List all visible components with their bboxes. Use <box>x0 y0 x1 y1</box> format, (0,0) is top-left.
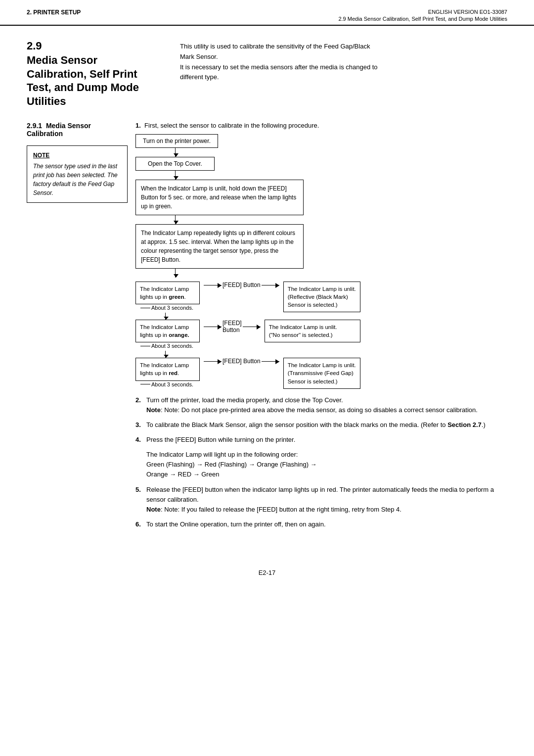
header-section-title: 2. PRINTER SETUP <box>27 9 81 16</box>
step5-text: Release the [FEED] button when the indic… <box>146 486 494 503</box>
horiz-arrow-2b <box>243 327 261 327</box>
about-3s-2: About 3 seconds. <box>135 343 193 349</box>
horiz-arrow-1 <box>204 285 222 285</box>
step4-sub-content: The Indicator Lamp will light up in the … <box>146 450 507 479</box>
horiz-arrow-2 <box>204 327 222 327</box>
horiz-arrow-3b <box>262 361 279 362</box>
step2-note: Note: Note: Do not place pre-printed are… <box>146 406 478 414</box>
step3-text: To calibrate the Black Mark Sensor, alig… <box>146 421 446 428</box>
flow-box-1: Turn on the printer power. <box>135 134 218 148</box>
intro-line4: different type. <box>180 73 219 81</box>
main-content: 2.9 Media Sensor Calibration, Self Print… <box>0 26 534 554</box>
branch-lamp-1: The Indicator Lamp lights up in green. <box>135 282 200 304</box>
step4-sub: The Indicator Lamp will light up in the … <box>146 451 298 458</box>
step3: 3. To calibrate the Black Mark Sensor, a… <box>135 420 507 430</box>
steps-list: 2. Turn off the printer, load the media … <box>135 395 507 445</box>
step4-sequence: Green (Flashing) → Red (Flashing) → Oran… <box>146 461 317 468</box>
flow-container: Turn on the printer power. Open the Top … <box>135 134 507 389</box>
branch-lamp-2: The Indicator Lamp lights up in orange. <box>135 320 200 342</box>
note-label: NOTE <box>33 151 121 160</box>
sub-arrow-2 <box>165 351 166 358</box>
flow-arrow-4 <box>175 269 176 278</box>
subsection-right: 1. First, select the sensor to calibrate… <box>135 122 507 534</box>
branch-result-1: The Indicator Lamp is unlit.(Reflective … <box>283 282 360 312</box>
flow-arrow-2 <box>175 171 176 180</box>
step5: 5. Release the [FEED] button when the in… <box>135 485 507 515</box>
flow-box-2: Open the Top Cover. <box>135 157 215 171</box>
intro-line1: This utility is used to calibrate the se… <box>180 43 370 50</box>
page-header: 2. PRINTER SETUP ENGLISH VERSION EO1-330… <box>0 0 534 26</box>
subsection-title: 2.9.1 Media Sensor Calibration <box>27 122 128 138</box>
flow-box-3: When the Indicator Lamp is unlit, hold d… <box>135 180 304 215</box>
subsection-2-9-1: 2.9.1 Media Sensor Calibration NOTE The … <box>27 122 507 534</box>
step4-text: Press the [FEED] Button while turning on… <box>146 436 295 443</box>
step3-bold: Section 2.7 <box>447 421 482 428</box>
step1-text: First, select the sensor to calibrate in… <box>144 122 319 129</box>
title-line4: Utilities <box>27 95 66 107</box>
section-title-block: 2.9 Media Sensor Calibration, Self Print… <box>27 40 507 108</box>
branch-lamp-3: The Indicator Lamp lights up in red. <box>135 358 200 380</box>
page-number: E2-17 <box>0 569 534 586</box>
header-version: ENGLISH VERSION EO1-33087 <box>338 9 507 15</box>
subsection-number: 2.9.1 <box>27 122 42 130</box>
steps-list-2: 5. Release the [FEED] button when the in… <box>135 485 507 530</box>
flowchart: Turn on the printer power. Open the Top … <box>135 134 507 389</box>
branch-col-left: The Indicator Lamp lights up in green. A… <box>135 282 200 313</box>
horiz-arrow-1b <box>262 285 279 285</box>
step5-note: Note: Note: If you failed to release the… <box>146 506 401 513</box>
note-text: The sensor type used in the last print j… <box>33 163 118 196</box>
about-3s-1: About 3 seconds. <box>135 305 193 311</box>
branch-button-2: [FEED]Button <box>200 320 265 333</box>
page: 2. PRINTER SETUP ENGLISH VERSION EO1-330… <box>0 0 534 756</box>
subsection-left: 2.9.1 Media Sensor Calibration NOTE The … <box>27 122 135 208</box>
branch-col-left-3: The Indicator Lamp lights up in red. Abo… <box>135 358 200 389</box>
branch-col-left-2: The Indicator Lamp lights up in orange. … <box>135 320 200 351</box>
step4-sequence2: Orange → RED → Green <box>146 471 219 478</box>
flow-arrow-3 <box>175 215 176 224</box>
step3-end: .) <box>482 421 486 428</box>
branch-row-1: The Indicator Lamp lights up in green. A… <box>135 282 360 313</box>
step1-intro: 1. First, select the sensor to calibrate… <box>135 122 507 129</box>
note-box: NOTE The sensor type used in the last pr… <box>27 145 128 203</box>
section-intro: This utility is used to calibrate the se… <box>180 40 507 83</box>
header-right: ENGLISH VERSION EO1-33087 2.9 Media Sens… <box>338 9 507 22</box>
flow-arrow-1 <box>175 148 176 157</box>
section-title-left: 2.9 Media Sensor Calibration, Self Print… <box>27 40 180 108</box>
about-3s-3: About 3 seconds. <box>135 381 193 387</box>
title-line2: Calibration, Self Print <box>27 68 137 80</box>
branch-row-3: The Indicator Lamp lights up in red. Abo… <box>135 358 360 389</box>
branch-result-2: The Indicator Lamp is unlit.("No sensor"… <box>265 320 360 342</box>
step2: 2. Turn off the printer, load the media … <box>135 395 507 415</box>
section-number: 2.9 <box>27 40 180 52</box>
header-section-path: 2.9 Media Sensor Calibration, Self Print… <box>338 16 507 22</box>
intro-line2: Mark Sensor. <box>180 53 218 60</box>
horiz-arrow-3 <box>204 361 222 362</box>
branch-result-3: The Indicator Lamp is unlit.(Transmissiv… <box>283 358 360 388</box>
branch-button-1: [FEED] Button <box>200 282 283 288</box>
branch-section: The Indicator Lamp lights up in green. A… <box>135 282 360 389</box>
title-line3: Test, and Dump Mode <box>27 81 139 94</box>
section-title-main: Media Sensor Calibration, Self Print Tes… <box>27 53 180 108</box>
step6-text: To start the Online operation, turn the … <box>146 520 507 529</box>
intro-line3: It is necessary to set the media sensors… <box>180 63 378 71</box>
branch-button-3: [FEED] Button <box>200 358 283 365</box>
step2-text: Turn off the printer, load the media pro… <box>146 396 343 404</box>
step6: 6. To start the Online operation, turn t… <box>135 520 507 529</box>
sub-arrow-1 <box>165 313 166 320</box>
title-line1: Media Sensor <box>27 54 97 66</box>
flow-box-4: The Indicator Lamp repeatedly lights up … <box>135 224 304 269</box>
branch-row-2: The Indicator Lamp lights up in orange. … <box>135 320 360 351</box>
step4: 4. Press the [FEED] Button while turning… <box>135 435 507 445</box>
